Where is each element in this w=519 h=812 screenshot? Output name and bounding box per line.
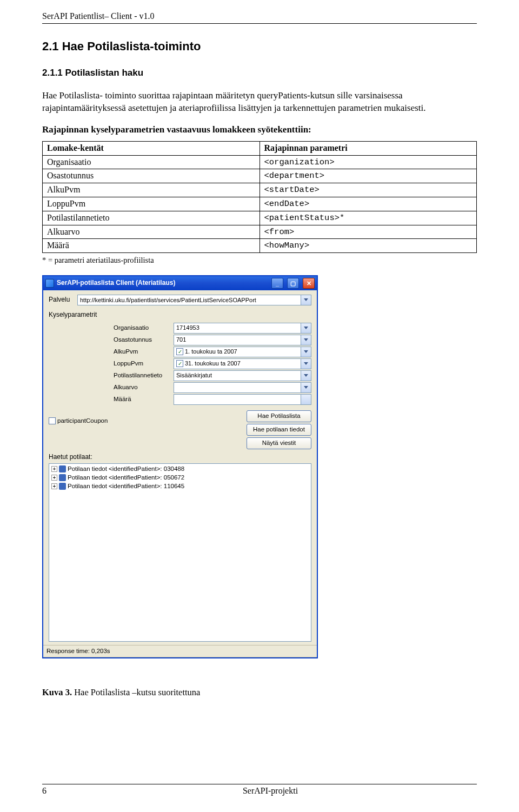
field-value: 1714953: [176, 324, 199, 331]
table-row: Organisaatio<organization>: [43, 155, 477, 169]
checkbox-icon[interactable]: ✓: [176, 348, 183, 355]
node-icon: [59, 483, 66, 490]
tree-item-label: Potilaan tiedot <identifiedPatient>: 110…: [68, 482, 184, 490]
field-label: Organisaatio: [114, 324, 170, 332]
tree-item[interactable]: +Potilaan tiedot <identifiedPatient>: 11…: [50, 482, 310, 491]
osastotunnus-dropdown[interactable]: 701: [174, 335, 311, 345]
chevron-down-icon: [304, 298, 308, 301]
kysely-header: Kyselyparametrit: [49, 311, 311, 320]
node-icon: [59, 465, 66, 472]
paragraph-intro: Hae Potilaslista- toiminto suorittaa raj…: [42, 90, 477, 114]
hae-potilaslista-button[interactable]: Hae Potilaslista: [247, 410, 311, 422]
heading-main: 2.1 Hae Potilaslista-toiminto: [42, 39, 477, 55]
field-cell: Määrä: [43, 239, 260, 253]
field-cell: LoppuPvm: [43, 197, 260, 211]
chevron-down-icon: [304, 386, 308, 389]
field-label: Alkuarvo: [114, 383, 170, 391]
table-row: AlkuPvm<startDate>: [43, 183, 477, 197]
dialog-window: SerAPI-potilaslista Client (Ateriatilaus…: [42, 275, 318, 658]
document-footer: 6 SerAPI-projekti: [42, 784, 477, 797]
app-icon: [45, 279, 54, 288]
table-row: Potilastilannetieto<patientStatus>*: [43, 211, 477, 225]
tree-item[interactable]: +Potilaan tiedot <identifiedPatient>: 03…: [50, 465, 310, 474]
palvelu-value: http://kettinki.uku.fi/patientlist/servi…: [80, 296, 256, 304]
param-cell: <from>: [260, 225, 477, 239]
field-label: Osastotunnus: [114, 336, 170, 344]
figure-caption: Kuva 3. Hae Potilaslista –kutsu suoritet…: [42, 687, 477, 698]
table-header-field: Lomake-kentät: [43, 141, 260, 155]
tree-item-label: Potilaan tiedot <identifiedPatient>: 030…: [68, 465, 184, 473]
field-cell: AlkuPvm: [43, 183, 260, 197]
table-intro: Rajapinnan kyselyparametrien vastaavuus …: [42, 124, 477, 136]
param-cell: <department>: [260, 169, 477, 183]
expand-icon[interactable]: +: [51, 483, 57, 489]
hae-potilaan-tiedot-button[interactable]: Hae potilaan tiedot: [247, 424, 311, 436]
param-cell: <startDate>: [260, 183, 477, 197]
maximize-button[interactable]: ▢: [287, 278, 299, 289]
palvelu-label: Palvelu: [49, 296, 77, 304]
titlebar[interactable]: SerAPI-potilaslista Client (Ateriatilaus…: [43, 276, 317, 290]
form-grid: Organisaatio1714953 Osastotunnus701 Alku…: [114, 323, 311, 405]
potilastilannetieto-dropdown[interactable]: Sisäänkirjatut: [174, 370, 311, 381]
palvelu-dropdown[interactable]: http://kettinki.uku.fi/patientlist/servi…: [77, 295, 311, 305]
parameter-table: Lomake-kentät Rajapinnan parametri Organ…: [42, 141, 477, 253]
field-label: AlkuPvm: [114, 348, 170, 356]
checkbox-icon[interactable]: ✓: [176, 360, 183, 367]
loppupvm-dropdown[interactable]: ✓31. toukokuu ta 2007: [174, 358, 311, 369]
param-cell: <endDate>: [260, 197, 477, 211]
chevron-down-icon: [304, 350, 308, 353]
heading-sub: 2.1.1 Potilaslistan haku: [42, 67, 477, 79]
param-cell: <howMany>: [260, 239, 477, 253]
field-value: 701: [176, 336, 186, 343]
close-button[interactable]: ✕: [303, 278, 315, 289]
param-cell: <patientStatus>*: [260, 211, 477, 225]
tree-item[interactable]: +Potilaan tiedot <identifiedPatient>: 05…: [50, 474, 310, 482]
field-cell: Alkuarvo: [43, 225, 260, 239]
tree-item-label: Potilaan tiedot <identifiedPatient>: 050…: [68, 474, 184, 482]
field-value: Sisäänkirjatut: [176, 371, 212, 379]
param-cell: <organization>: [260, 155, 477, 169]
expand-icon[interactable]: +: [51, 475, 57, 481]
alkuarvo-dropdown[interactable]: [174, 382, 311, 393]
document-header: SerAPI Patientlist– Client - v1.0: [42, 11, 477, 24]
chevron-down-icon: [304, 374, 308, 377]
field-value: 1. toukokuu ta 2007: [185, 348, 237, 355]
chevron-down-icon: [304, 362, 308, 365]
table-row: Määrä<howMany>: [43, 239, 477, 253]
field-label: Potilastilannetieto: [114, 371, 170, 380]
field-label: LoppuPvm: [114, 360, 170, 368]
minimize-button[interactable]: _: [271, 278, 283, 289]
table-row: LoppuPvm<endDate>: [43, 197, 477, 211]
table-header-param: Rajapinnan parametri: [260, 141, 477, 155]
window-title: SerAPI-potilaslista Client (Ateriatilaus…: [57, 279, 175, 288]
chevron-down-icon: [304, 338, 308, 341]
table-row: Osastotunnus<department>: [43, 169, 477, 183]
haetut-label: Haetut potilaat:: [49, 453, 311, 462]
caption-text: Hae Potilaslista –kutsu suoritettuna: [72, 687, 200, 697]
participant-coupon-label: participantCoupon: [57, 417, 108, 425]
table-row: Alkuarvo<from>: [43, 225, 477, 239]
page-number: 6: [42, 786, 64, 797]
organisaatio-dropdown[interactable]: 1714953: [174, 323, 311, 334]
maara-input[interactable]: [174, 394, 311, 405]
field-cell: Osastotunnus: [43, 169, 260, 183]
nayta-viestit-button[interactable]: Näytä viestit: [247, 437, 311, 449]
node-icon: [59, 474, 66, 481]
participant-coupon-checkbox[interactable]: [49, 417, 56, 424]
alkupvm-dropdown[interactable]: ✓1. toukokuu ta 2007: [174, 347, 311, 357]
caption-label: Kuva 3.: [42, 687, 72, 697]
chevron-down-icon: [304, 327, 308, 329]
field-cell: Organisaatio: [43, 155, 260, 169]
field-cell: Potilastilannetieto: [43, 211, 260, 225]
expand-icon[interactable]: +: [51, 466, 57, 472]
table-footnote: * = parametri ateriatilaus-profiilista: [42, 255, 477, 265]
results-treeview[interactable]: +Potilaan tiedot <identifiedPatient>: 03…: [49, 463, 311, 642]
field-label: Määrä: [114, 395, 170, 403]
field-value: 31. toukokuu ta 2007: [185, 360, 241, 367]
status-bar: Response time: 0,203s: [43, 645, 317, 657]
project-name: SerAPI-projekti: [64, 786, 477, 797]
